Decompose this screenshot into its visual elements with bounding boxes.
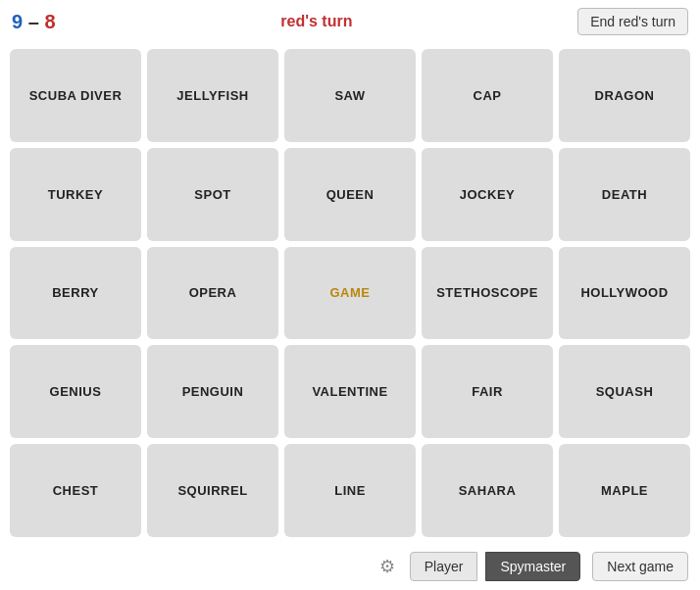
card-label-20: CHEST — [53, 483, 99, 498]
card-label-2: SAW — [334, 88, 365, 103]
next-game-button[interactable]: Next game — [592, 552, 688, 581]
card-19[interactable]: SQUASH — [559, 345, 690, 438]
card-label-15: GENIUS — [50, 384, 102, 399]
card-label-17: VALENTINE — [312, 384, 387, 399]
card-grid: SCUBA DIVERJELLYFISHSAWCAPDRAGONTURKEYSP… — [0, 43, 700, 543]
card-label-16: PENGUIN — [182, 384, 244, 399]
card-16[interactable]: PENGUIN — [147, 345, 278, 438]
card-6[interactable]: SPOT — [147, 148, 278, 241]
card-18[interactable]: FAIR — [422, 345, 553, 438]
card-23[interactable]: SAHARA — [422, 444, 553, 537]
card-1[interactable]: JELLYFISH — [147, 49, 278, 142]
card-label-13: STETHOSCOPE — [436, 285, 538, 300]
card-9[interactable]: DEATH — [559, 148, 690, 241]
footer: ⚙ Player Spymaster Next game — [0, 543, 700, 590]
card-label-5: TURKEY — [48, 187, 103, 202]
card-label-0: SCUBA DIVER — [29, 88, 123, 103]
card-label-7: QUEEN — [326, 187, 375, 202]
card-label-21: SQUIRREL — [177, 483, 247, 498]
card-label-6: SPOT — [194, 187, 230, 202]
card-label-23: SAHARA — [459, 483, 517, 498]
spymaster-mode-button[interactable]: Spymaster — [485, 552, 580, 581]
card-11[interactable]: OPERA — [147, 247, 278, 340]
turn-indicator: red's turn — [280, 13, 352, 30]
score-dash: – — [28, 11, 45, 32]
card-label-18: FAIR — [472, 384, 503, 399]
card-17[interactable]: VALENTINE — [284, 345, 416, 438]
card-label-14: HOLLYWOOD — [580, 285, 668, 300]
card-12[interactable]: GAME — [284, 247, 416, 340]
card-4[interactable]: DRAGON — [559, 49, 690, 142]
card-label-12: GAME — [330, 285, 371, 300]
player-mode-button[interactable]: Player — [410, 552, 478, 581]
card-10[interactable]: BERRY — [10, 247, 141, 340]
card-3[interactable]: CAP — [422, 49, 553, 142]
settings-icon[interactable]: ⚙ — [373, 552, 402, 581]
card-14[interactable]: HOLLYWOOD — [559, 247, 690, 340]
card-label-3: CAP — [474, 88, 502, 103]
card-21[interactable]: SQUIRREL — [147, 444, 278, 537]
card-7[interactable]: QUEEN — [284, 148, 416, 241]
card-22[interactable]: LINE — [284, 444, 416, 537]
card-13[interactable]: STETHOSCOPE — [422, 247, 553, 340]
card-label-11: OPERA — [189, 285, 237, 300]
card-2[interactable]: SAW — [284, 49, 416, 142]
card-label-10: BERRY — [52, 285, 99, 300]
end-turn-button[interactable]: End red's turn — [577, 8, 688, 35]
red-score: 8 — [44, 11, 55, 32]
card-label-24: MAPLE — [601, 483, 648, 498]
card-label-9: DEATH — [602, 187, 647, 202]
score-display: 9 – 8 — [12, 11, 56, 33]
card-label-4: DRAGON — [595, 88, 655, 103]
card-0[interactable]: SCUBA DIVER — [10, 49, 141, 142]
blue-score: 9 — [12, 11, 23, 32]
card-label-19: SQUASH — [596, 384, 654, 399]
card-label-22: LINE — [334, 483, 366, 498]
header: 9 – 8 red's turn End red's turn — [0, 0, 700, 43]
card-label-8: JOCKEY — [460, 187, 515, 202]
card-24[interactable]: MAPLE — [559, 444, 690, 537]
card-5[interactable]: TURKEY — [10, 148, 141, 241]
card-20[interactable]: CHEST — [10, 444, 141, 537]
card-15[interactable]: GENIUS — [10, 345, 141, 438]
card-8[interactable]: JOCKEY — [422, 148, 553, 241]
card-label-1: JELLYFISH — [176, 88, 248, 103]
